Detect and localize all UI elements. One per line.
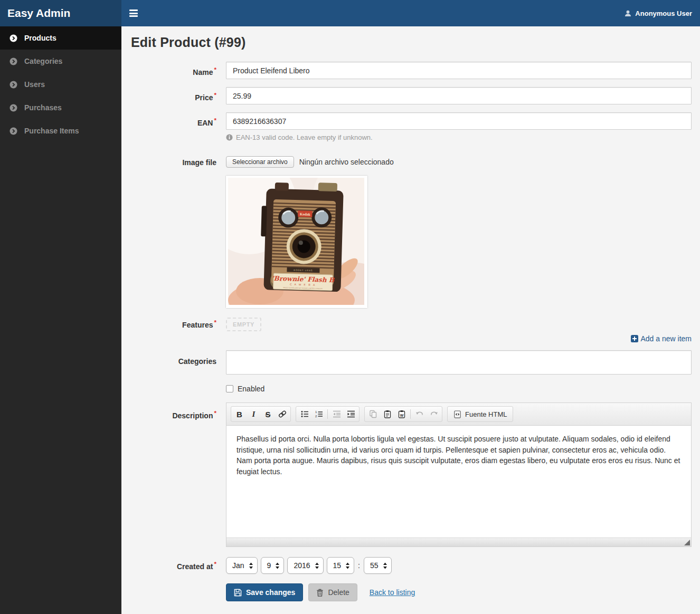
rich-text-editor: B I S	[226, 402, 692, 547]
required-mark: *	[214, 319, 216, 325]
editor-content[interactable]: Phasellus id porta orci. Nulla porta lob…	[226, 426, 691, 538]
copy-button[interactable]	[366, 407, 380, 421]
sidebar-item-label: Purchase Items	[24, 127, 79, 135]
minute-select[interactable]: 55	[364, 557, 392, 574]
camera-photo-illustration: Kodak KODET LENS 'Brow	[228, 178, 364, 305]
enabled-label: Enabled	[238, 385, 264, 393]
time-separator: :	[358, 561, 360, 570]
indent-icon	[347, 410, 355, 418]
day-select[interactable]: 9	[261, 557, 285, 574]
categories-row: Categories	[131, 350, 692, 375]
name-label: Name*	[131, 62, 226, 79]
strikethrough-button[interactable]: S	[261, 407, 275, 421]
user-icon	[625, 10, 631, 17]
add-new-item-link[interactable]: Add a new item	[226, 334, 692, 343]
sidebar-item-label: Products	[24, 34, 56, 42]
italic-button[interactable]: I	[247, 407, 261, 421]
undo-button[interactable]	[412, 407, 427, 421]
enabled-row: Enabled	[131, 382, 692, 393]
select-stepper-icon	[345, 562, 350, 569]
paste-from-word-button[interactable]: W	[394, 407, 409, 421]
user-menu[interactable]: Anonymous User	[625, 9, 692, 17]
created-at-label: Created at*	[131, 555, 226, 574]
enabled-checkbox[interactable]	[226, 385, 233, 392]
sidebar-item-purchases[interactable]: Purchases	[0, 96, 121, 119]
info-icon	[226, 134, 233, 141]
ean-row: EAN* EAN-13 valid code. Leave empty if u…	[131, 112, 692, 141]
back-to-listing-link[interactable]: Back to listing	[370, 588, 415, 597]
editor-bottom-bar	[226, 538, 691, 546]
editor-toolbar: B I S	[226, 403, 691, 426]
name-field[interactable]	[226, 62, 692, 79]
hour-select[interactable]: 15	[327, 557, 355, 574]
select-stepper-icon	[249, 562, 253, 569]
undo-icon	[415, 410, 424, 418]
editor-resize-handle[interactable]	[684, 540, 690, 545]
redo-button[interactable]	[427, 407, 441, 421]
price-field[interactable]	[226, 87, 692, 104]
trash-icon	[316, 589, 324, 597]
indent-button[interactable]	[344, 407, 358, 421]
created-at-row: Created at* Jan 9	[131, 555, 692, 574]
user-name: Anonymous User	[635, 9, 692, 17]
paste-button[interactable]	[380, 407, 394, 421]
price-row: Price*	[131, 87, 692, 104]
month-select[interactable]: Jan	[226, 557, 258, 574]
year-select[interactable]: 2016	[287, 557, 323, 574]
html-source-button[interactable]: Fuente HTML	[449, 407, 512, 421]
required-mark: *	[214, 117, 216, 123]
plus-square-icon	[631, 335, 638, 342]
image-row: Image file Seleccionar archivo Ningún ar…	[131, 154, 692, 308]
numbered-list-icon: 1 2	[315, 410, 323, 418]
ean-label: EAN*	[131, 112, 226, 141]
categories-field[interactable]	[226, 350, 692, 375]
name-row: Name*	[131, 62, 692, 79]
save-icon	[234, 589, 242, 597]
sidebar-item-users[interactable]: Users	[0, 73, 121, 96]
outdent-button[interactable]	[329, 407, 344, 421]
source-code-icon	[453, 410, 461, 418]
numbered-list-button[interactable]: 1 2	[311, 407, 326, 421]
sidebar-item-label: Categories	[24, 57, 62, 65]
copy-icon	[369, 410, 377, 418]
sidebar-item-categories[interactable]: Categories	[0, 50, 121, 73]
ean-field[interactable]	[226, 112, 692, 130]
product-photo: Kodak KODET LENS 'Brow	[226, 176, 367, 308]
sidebar-item-label: Purchases	[24, 103, 62, 112]
bulleted-list-button[interactable]	[297, 407, 311, 421]
description-label: Description*	[131, 402, 226, 547]
link-button[interactable]	[275, 407, 289, 421]
link-icon	[278, 410, 287, 418]
chevron-circle-right-icon	[10, 127, 17, 135]
select-stepper-icon	[383, 562, 387, 569]
svg-text:W: W	[400, 414, 403, 417]
file-status-text: Ningún archivo seleccionado	[299, 158, 394, 166]
required-mark: *	[214, 66, 216, 73]
paste-icon	[383, 410, 392, 418]
redo-icon	[430, 410, 438, 418]
svg-text:2: 2	[315, 415, 317, 418]
features-empty-badge: EMPTY	[226, 318, 261, 331]
price-label: Price*	[131, 87, 226, 104]
bold-button[interactable]: B	[232, 407, 247, 421]
save-button[interactable]: Save changes	[226, 583, 303, 601]
sidebar: Products Categories Users Purchases	[0, 26, 121, 614]
image-label: Image file	[131, 154, 226, 308]
categories-label: Categories	[131, 350, 226, 375]
sidebar-item-products[interactable]: Products	[0, 26, 121, 50]
required-mark: *	[214, 560, 216, 567]
page-title: Edit Product (#99)	[131, 35, 692, 50]
delete-button[interactable]: Delete	[308, 583, 357, 601]
outdent-icon	[333, 410, 341, 418]
enabled-checkbox-row[interactable]: Enabled	[226, 382, 692, 393]
required-mark: *	[214, 409, 216, 416]
app-logo[interactable]: Easy Admin	[0, 0, 121, 26]
required-mark: *	[214, 91, 216, 98]
svg-text:1: 1	[315, 410, 317, 414]
features-label: Features*	[131, 316, 226, 331]
bulleted-list-icon	[300, 410, 309, 418]
hamburger-menu-icon[interactable]	[129, 8, 141, 18]
sidebar-item-purchase-items[interactable]: Purchase Items	[0, 119, 121, 142]
paste-from-word-icon: W	[398, 410, 406, 418]
file-select-button[interactable]: Seleccionar archivo	[226, 156, 294, 168]
